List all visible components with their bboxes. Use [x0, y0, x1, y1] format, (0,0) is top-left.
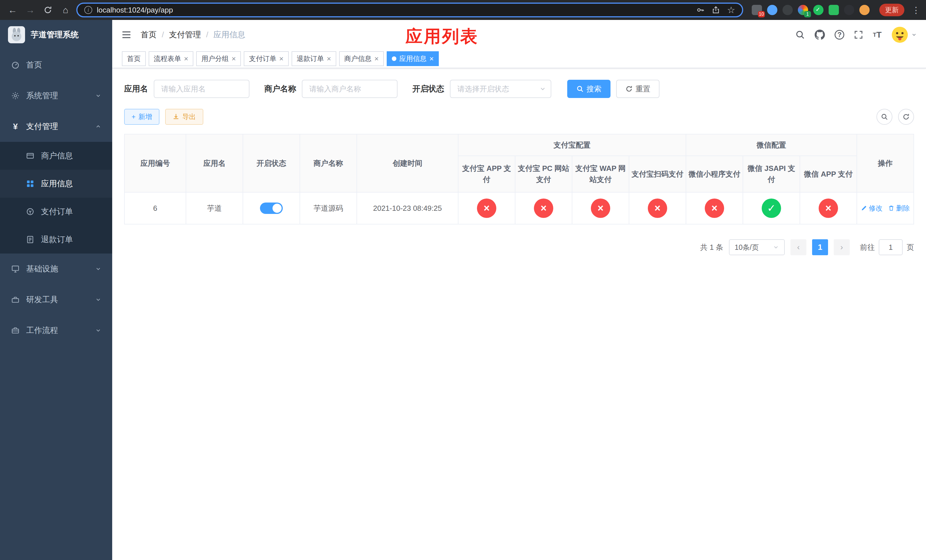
breadcrumb: 首页 / 支付管理 / 应用信息: [141, 29, 245, 40]
extension-pin-icon[interactable]: [844, 5, 854, 15]
prev-page-button[interactable]: ‹: [790, 239, 806, 255]
sidebar-item-refund-orders[interactable]: 退款订单: [0, 226, 112, 254]
extension-dark-icon[interactable]: [782, 5, 793, 15]
github-icon[interactable]: [815, 30, 825, 40]
chevron-up-icon: [95, 123, 101, 130]
search-button[interactable]: 搜索: [567, 80, 610, 98]
browser-menu-icon[interactable]: ⋮: [912, 5, 920, 15]
bookmark-star-icon[interactable]: ☆: [727, 5, 735, 15]
total-count: 共 1 条: [700, 242, 723, 252]
close-icon[interactable]: ×: [327, 55, 331, 62]
app-title: 芋道管理系统: [31, 29, 79, 40]
browser-forward-button[interactable]: →: [23, 3, 37, 17]
col-header-wechat-app: 微信 APP 支付: [800, 156, 857, 192]
screen: ← → ⌂ i localhost:1024/pay/app ☆ 10 1: [0, 0, 926, 560]
sidebar-item-app-info[interactable]: 应用信息: [0, 170, 112, 198]
close-icon[interactable]: ×: [430, 55, 434, 62]
tab-app-info[interactable]: 应用信息 ×: [387, 51, 439, 66]
browser-update-button[interactable]: 更新: [879, 4, 904, 16]
extension-colorful-icon[interactable]: 1: [798, 5, 808, 15]
tab-pay-orders[interactable]: 支付订单 ×: [244, 51, 289, 66]
refresh-table-icon[interactable]: [898, 109, 914, 125]
filter-form: 应用名 商户名称 开启状态: [124, 80, 914, 98]
tab-home[interactable]: 首页: [122, 51, 146, 66]
breadcrumb-separator: /: [162, 30, 164, 39]
page-button-1[interactable]: 1: [812, 239, 828, 255]
app-name-input[interactable]: [154, 80, 250, 98]
sidebar-item-system[interactable]: 系统管理: [0, 80, 112, 111]
show-search-toggle-icon[interactable]: [876, 109, 893, 125]
group-header-alipay: 支付宝配置: [458, 134, 686, 156]
sidebar-item-payment[interactable]: ¥ 支付管理: [0, 111, 112, 142]
help-icon[interactable]: ?: [835, 30, 844, 39]
delete-link[interactable]: 删除: [888, 204, 910, 213]
sidebar-item-label: 应用信息: [41, 178, 73, 189]
browser-toolbar: ← → ⌂ i localhost:1024/pay/app ☆ 10 1: [0, 0, 926, 20]
sidebar-item-pay-orders[interactable]: 支付订单: [0, 198, 112, 226]
browser-back-button[interactable]: ←: [6, 3, 20, 17]
col-header-operations: 操作: [857, 134, 914, 192]
table-row: 6 芋道 芋道源码 2021-10-23 08:49:25 × × × × × …: [124, 192, 914, 224]
reset-button[interactable]: 重置: [616, 80, 660, 98]
close-icon[interactable]: ×: [184, 55, 188, 62]
sidebar-item-merchant-info[interactable]: 商户信息: [0, 142, 112, 170]
site-info-icon[interactable]: i: [84, 6, 92, 14]
sidebar-item-infrastructure[interactable]: 基础设施: [0, 254, 112, 284]
sidebar-item-home[interactable]: 首页: [0, 50, 112, 80]
export-button[interactable]: 导出: [165, 109, 203, 125]
sidebar-item-dev-tools[interactable]: 研发工具: [0, 284, 112, 315]
extension-wechat-icon[interactable]: [813, 5, 823, 15]
sidebar-fold-icon[interactable]: [121, 30, 132, 40]
col-header-status: 开启状态: [243, 134, 300, 192]
goto-suffix: 页: [906, 242, 914, 252]
tab-refund-orders[interactable]: 退款订单 ×: [292, 51, 336, 66]
breadcrumb-payment[interactable]: 支付管理: [169, 29, 201, 40]
status-select[interactable]: [450, 80, 551, 98]
breadcrumb-current: 应用信息: [213, 29, 245, 40]
edit-link[interactable]: 修改: [861, 204, 882, 213]
app-header: 首页 / 支付管理 / 应用信息 应用列表 ?: [112, 20, 926, 50]
chevron-down-icon: [773, 244, 779, 250]
tab-user-group[interactable]: 用户分组 ×: [196, 51, 241, 66]
tab-process-form[interactable]: 流程表单 ×: [149, 51, 193, 66]
sidebar-item-workflow[interactable]: 工作流程: [0, 315, 112, 346]
add-button[interactable]: + 新增: [124, 109, 159, 125]
col-header-alipay-qr: 支付宝扫码支付: [629, 156, 686, 192]
browser-reload-button[interactable]: [41, 3, 54, 17]
extension-green-square-icon[interactable]: [829, 5, 839, 15]
close-icon[interactable]: ×: [279, 55, 283, 62]
sidebar-item-label: 系统管理: [26, 90, 58, 101]
col-header-app-name: 应用名: [186, 134, 243, 192]
page-size-select[interactable]: 10条/页: [729, 239, 785, 255]
password-key-icon[interactable]: [696, 6, 705, 14]
goto-page-input[interactable]: [879, 239, 903, 255]
fullscreen-icon[interactable]: [854, 30, 863, 39]
user-menu[interactable]: [891, 26, 917, 43]
col-header-wechat-mini: 微信小程序支付: [686, 156, 743, 192]
url-text: localhost:1024/pay/app: [97, 6, 691, 15]
gear-icon: [11, 91, 20, 100]
extension-face-icon[interactable]: [859, 5, 870, 15]
sidebar-item-label: 退款订单: [41, 234, 73, 245]
chevron-down-icon: [95, 327, 101, 333]
breadcrumb-home[interactable]: 首页: [141, 29, 157, 40]
merchant-name-input[interactable]: [302, 80, 398, 98]
next-page-button[interactable]: ›: [834, 239, 850, 255]
sidebar-item-label: 基础设施: [26, 263, 58, 274]
status-toggle[interactable]: [260, 203, 283, 214]
search-icon[interactable]: [795, 30, 805, 39]
app-logo: 芋道管理系统: [0, 20, 112, 50]
font-size-icon[interactable]: TT: [873, 30, 882, 39]
share-icon[interactable]: [711, 6, 720, 14]
cell-created-at: 2021-10-23 08:49:25: [357, 192, 458, 224]
browser-home-button[interactable]: ⌂: [59, 3, 72, 17]
address-bar[interactable]: i localhost:1024/pay/app ☆: [76, 3, 743, 17]
close-icon[interactable]: ×: [374, 55, 379, 62]
extension-puzzle-icon[interactable]: 10: [752, 5, 762, 15]
tab-merchant-info[interactable]: 商户信息 ×: [339, 51, 384, 66]
extension-drop-icon[interactable]: [767, 5, 777, 15]
pay-order-icon: [26, 207, 35, 216]
close-icon[interactable]: ×: [232, 55, 236, 62]
refresh-icon: [625, 85, 633, 92]
extensions-row: 10 1: [752, 5, 870, 15]
